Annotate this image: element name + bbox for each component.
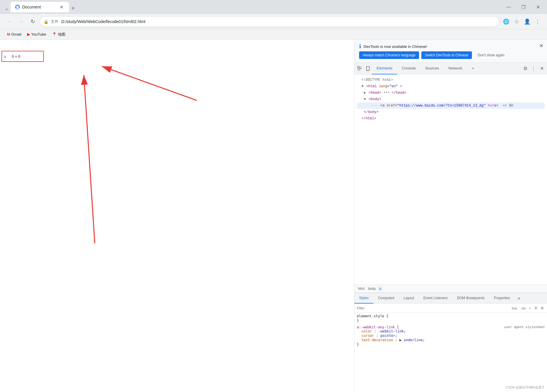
style-tabs-more[interactable]: » xyxy=(515,296,522,301)
css-selector-text[interactable]: a:-webkit-any-link { xyxy=(357,325,399,329)
filter-icon1[interactable]: ☰ xyxy=(533,306,539,311)
bookmark-youtube-label: YouTube xyxy=(31,32,46,36)
bookmark-maps-label: 地图 xyxy=(58,32,65,37)
devtools-notification: ℹ DevTools is now available in Chinese! … xyxy=(354,40,547,63)
switch-to-chinese-button[interactable]: Switch DevTools to Chinese xyxy=(421,51,472,59)
back-button[interactable]: ← xyxy=(5,17,14,26)
always-match-language-button[interactable]: Always match Chrome's language xyxy=(359,51,419,59)
reload-button[interactable]: ↻ xyxy=(28,17,37,26)
close-button[interactable]: ✕ xyxy=(531,2,545,12)
tab-title: Document xyxy=(22,5,41,9)
navigation-bar: ← → ↻ 🔒 文件 D:/study/Web/WebCode/fecode01… xyxy=(0,14,547,29)
style-panel: Styles Computed Layout Event Listeners D… xyxy=(354,293,547,392)
breadcrumb-html[interactable]: html xyxy=(357,286,366,291)
tab-dom-breakpoints[interactable]: DOM Breakpoints xyxy=(452,293,489,304)
css-rule-selector[interactable]: element.style { xyxy=(357,314,545,318)
tab-event-listeners[interactable]: Event Listeners xyxy=(419,293,452,304)
youtube-icon: ▶ xyxy=(27,32,30,36)
css-rules: element.style { } a:-webkit-any-link { u… xyxy=(354,313,547,392)
favicon-icon: 📄 xyxy=(16,6,19,9)
forward-button[interactable]: → xyxy=(16,17,26,26)
tab-list: ⌄ 📄 Document ✕ + xyxy=(2,2,500,12)
element-size: 0 × 0 xyxy=(12,54,20,59)
notification-close-button[interactable]: ✕ xyxy=(539,43,543,49)
tree-html[interactable]: ▼ <html lang="en" > xyxy=(357,83,545,90)
devtools-tabs: Elements Console Sources Network » ⚙ ⋮ ✕ xyxy=(354,63,547,74)
tab-console[interactable]: Console xyxy=(397,63,420,74)
tab-close-button[interactable]: ✕ xyxy=(58,4,64,10)
breadcrumb-a[interactable]: a xyxy=(378,286,382,291)
active-tab[interactable]: 📄 Document ✕ xyxy=(11,2,69,12)
bookmark-maps[interactable]: 📍 地图 xyxy=(50,31,68,38)
title-bar: ⌄ 📄 Document ✕ + — ❐ ✕ xyxy=(0,0,547,14)
address-bar[interactable]: 🔒 文件 D:/study/Web/WebCode/fecode01/html0… xyxy=(40,16,499,27)
doctype-text: <!DOCTYPE html> xyxy=(361,78,393,82)
notification-row1: ℹ DevTools is now available in Chinese! xyxy=(359,43,542,50)
tree-body-close[interactable]: </body> xyxy=(357,109,545,115)
head-expand[interactable]: ▶ xyxy=(364,91,366,95)
tab-more[interactable]: » xyxy=(467,63,478,74)
account-button[interactable]: 👤 xyxy=(522,17,532,26)
css-rule-close2: } xyxy=(357,342,545,347)
devtools-more-button[interactable]: ⋮ xyxy=(529,65,538,73)
minimize-button[interactable]: — xyxy=(502,2,515,12)
notification-icon: ℹ xyxy=(359,43,361,50)
tab-properties[interactable]: Properties xyxy=(489,293,515,304)
body-expand[interactable]: ▼ xyxy=(364,97,366,101)
elements-panel: <!DOCTYPE html> ▼ <html lang="en" > ▶ <h… xyxy=(354,74,547,392)
filter-hov[interactable]: :hov xyxy=(510,306,518,311)
css-rule-header: a:-webkit-any-link { user agent styleshe… xyxy=(357,325,545,329)
notification-row2: Always match Chrome's language Switch De… xyxy=(359,51,542,59)
tab-network[interactable]: Network xyxy=(444,63,467,74)
svg-point-6 xyxy=(368,69,368,70)
address-security-icon: 🔒 xyxy=(44,19,49,24)
device-toolbar-button[interactable] xyxy=(364,65,372,73)
filter-add[interactable]: + xyxy=(528,306,532,311)
translate-button[interactable]: 🌐 xyxy=(501,17,511,26)
css-properties: color : -webkit-link; cursor : pointer; xyxy=(357,329,545,342)
filter-icon2[interactable]: ⊞ xyxy=(540,306,545,311)
tab-favicon: 📄 xyxy=(15,5,20,9)
tree-body[interactable]: ▼ <body> xyxy=(357,96,545,102)
tree-html-close[interactable]: </html> xyxy=(357,115,545,122)
tab-layout[interactable]: Layout xyxy=(399,293,419,304)
tree-head[interactable]: ▶ <head> ••• </head> xyxy=(357,90,545,96)
selected-marker: == $0 xyxy=(503,104,513,108)
bookmark-youtube[interactable]: ▶ YouTube xyxy=(25,31,49,38)
maximize-button[interactable]: ❐ xyxy=(517,2,530,12)
filter-cls[interactable]: .cls xyxy=(520,306,527,311)
bookmarks-bar: M Gmail ▶ YouTube 📍 地图 xyxy=(0,29,547,40)
notification-text: DevTools is now available in Chinese! xyxy=(363,44,427,49)
tab-styles[interactable]: Styles xyxy=(354,293,373,304)
tab-elements[interactable]: Elements xyxy=(372,63,397,74)
tab-sources[interactable]: Sources xyxy=(420,63,444,74)
element-picker-button[interactable] xyxy=(356,65,364,73)
tree-doctype: <!DOCTYPE html> xyxy=(357,77,545,83)
devtools-breadcrumb: html body a xyxy=(354,285,547,293)
annotation-arrows xyxy=(0,40,354,392)
browser-window: ⌄ 📄 Document ✕ + — ❐ ✕ ← → ↻ 🔒 文件 D:/stu… xyxy=(0,0,547,392)
css-property-cursor[interactable]: cursor : pointer; xyxy=(361,334,545,338)
css-property-text-decoration[interactable]: text-decoration : ▶ underline; xyxy=(361,338,545,342)
css-property-color[interactable]: color : -webkit-link; xyxy=(361,329,545,334)
element-label: a xyxy=(4,54,6,59)
svg-line-1 xyxy=(84,75,95,243)
filter-input[interactable] xyxy=(357,306,509,310)
highlighted-element: a 0 × 0 xyxy=(1,51,44,62)
menu-button[interactable]: ⋮ xyxy=(533,17,542,26)
address-url: D:/study/Web/WebCode/fecode01/html02.htm… xyxy=(61,19,495,24)
devtools-panel: ℹ DevTools is now available in Chinese! … xyxy=(354,40,547,392)
breadcrumb-body[interactable]: body xyxy=(367,286,377,291)
tree-a-element[interactable]: ··· <a href="https://www.baidu.com/?tn=1… xyxy=(357,102,545,109)
gmail-icon: M xyxy=(7,32,10,36)
bookmark-gmail[interactable]: M Gmail xyxy=(5,31,24,38)
tab-computed[interactable]: Computed xyxy=(373,293,399,304)
new-tab-button[interactable]: + xyxy=(69,4,77,12)
devtools-settings-button[interactable]: ⚙ xyxy=(521,65,529,73)
html-expand[interactable]: ▼ xyxy=(361,84,363,88)
devtools-close-button[interactable]: ✕ xyxy=(538,65,546,73)
dont-show-again-button[interactable]: Don't show again xyxy=(474,51,508,59)
window-controls: — ❐ ✕ xyxy=(502,2,545,12)
bookmark-button[interactable]: ☆ xyxy=(512,17,521,26)
tab-strip-menu[interactable]: ⌄ xyxy=(2,4,11,12)
